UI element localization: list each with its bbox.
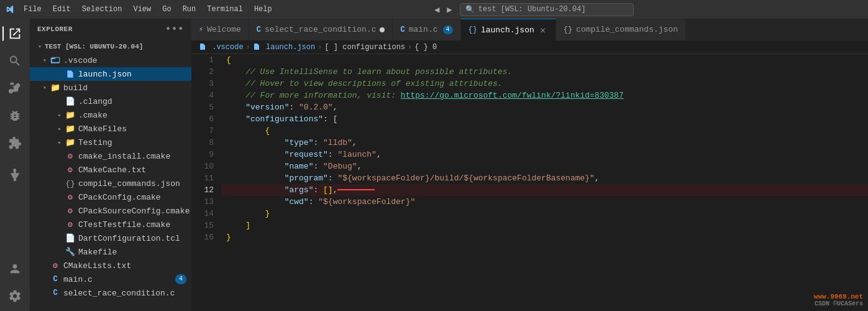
breadcrumb-vscode[interactable]: .vscode bbox=[199, 43, 244, 52]
breadcrumb: .vscode › launch.json › [ ] configuratio… bbox=[191, 40, 868, 54]
menu-run[interactable]: Run bbox=[178, 4, 201, 15]
breadcrumb-configurations[interactable]: [ ] configurations bbox=[324, 43, 405, 52]
code-token: : bbox=[309, 196, 319, 208]
code-token: "type" bbox=[285, 137, 314, 149]
ln-2: 2 bbox=[191, 66, 214, 78]
sidebar-item-ctesttestfile[interactable]: ▸ ⚙ CTestTestfile.cmake bbox=[30, 218, 191, 231]
code-token: , bbox=[377, 149, 381, 160]
ln-15: 15 bbox=[191, 220, 214, 231]
code-token bbox=[226, 149, 285, 160]
code-line-16: } bbox=[221, 231, 868, 243]
sidebar-item-testing[interactable]: ▸ 📁 Testing bbox=[30, 136, 191, 149]
code-token: : bbox=[313, 137, 323, 149]
sidebar-item-makefile[interactable]: ▸ 🔧 Makefile bbox=[30, 245, 191, 259]
cmakelists-label: CMakeLists.txt bbox=[63, 261, 191, 271]
activity-accounts[interactable] bbox=[2, 256, 27, 281]
code-token bbox=[226, 113, 245, 125]
compile-commands-icon: {} bbox=[65, 178, 76, 189]
code-token: "version" bbox=[245, 101, 289, 113]
code-line-13: "cwd": "${workspaceFolder}" bbox=[221, 196, 868, 208]
sidebar-item-clangd[interactable]: ▸ 📄 .clangd bbox=[30, 95, 191, 108]
code-line-2: // Use IntelliSense to learn about possi… bbox=[221, 66, 868, 78]
tree-arrow-build: ▾ bbox=[40, 84, 50, 91]
sidebar-item-cmakelists[interactable]: ▸ ⚙ CMakeLists.txt bbox=[30, 259, 191, 272]
vscode-folder-icon bbox=[50, 55, 61, 66]
sidebar-item-mainc[interactable]: ▸ C main.c 4 bbox=[30, 272, 191, 286]
code-token: { bbox=[265, 125, 270, 137]
code-token-link[interactable]: https://go.microsoft.com/fwlink/?linkid=… bbox=[401, 90, 624, 101]
select-race-label: select_race_condition.c bbox=[63, 289, 191, 298]
cpacksource-icon: ⚙ bbox=[65, 205, 76, 216]
cpackconfig-label: CPackConfig.cmake bbox=[78, 193, 191, 202]
sidebar-item-build[interactable]: ▾ 📁 build bbox=[30, 81, 191, 95]
sidebar-item-launch[interactable]: ▸ launch.json bbox=[30, 67, 191, 81]
sidebar-more-button[interactable]: ••• bbox=[165, 24, 184, 35]
compile-commands-tab-label: compile_commands.json bbox=[576, 25, 678, 34]
tab-launch[interactable]: {} launch.json ✕ bbox=[461, 19, 556, 40]
sidebar-item-cpacksource[interactable]: ▸ ⚙ CPackSourceConfig.cmake bbox=[30, 204, 191, 218]
sidebar-item-compile-commands[interactable]: ▸ {} compile_commands.json bbox=[30, 177, 191, 190]
menu-terminal[interactable]: Terminal bbox=[202, 4, 248, 15]
menu-edit[interactable]: Edit bbox=[48, 4, 76, 15]
sidebar: Explorer ••• ▾ TEST [WSL: UBUNTU-20.04] … bbox=[30, 19, 191, 311]
ln-7: 7 bbox=[191, 125, 214, 137]
activity-settings[interactable] bbox=[2, 284, 27, 309]
tree-arrow-testing: ▸ bbox=[55, 139, 65, 146]
search-text: test [WSL: Ubuntu-20.04] bbox=[478, 5, 586, 14]
code-line-15: ] bbox=[221, 220, 868, 231]
sidebar-item-cmakecache[interactable]: ▸ ⚙ CMakeCache.txt bbox=[30, 163, 191, 177]
code-token: // Use IntelliSense to learn about possi… bbox=[226, 66, 512, 78]
menu-file[interactable]: File bbox=[19, 4, 47, 15]
dartconfig-label: DartConfiguration.tcl bbox=[78, 234, 191, 243]
code-content[interactable]: { // Use IntelliSense to learn about pos… bbox=[221, 54, 868, 311]
testing-folder-icon: 📁 bbox=[65, 137, 76, 148]
code-token: "configurations" bbox=[245, 113, 323, 125]
sidebar-item-cmake[interactable]: ▸ 📁 .cmake bbox=[30, 108, 191, 122]
tab-mainc[interactable]: C main.c 4 bbox=[393, 19, 460, 40]
sidebar-item-cmakefiles[interactable]: ▸ 📁 CMakeFiles bbox=[30, 122, 191, 136]
activity-explorer[interactable] bbox=[2, 21, 27, 46]
tab-welcome[interactable]: ⚡ Welcome bbox=[191, 19, 249, 40]
menu-help[interactable]: Help bbox=[249, 4, 277, 15]
sidebar-item-select-race[interactable]: ▸ C select_race_condition.c bbox=[30, 286, 191, 300]
launch-tab-icon: {} bbox=[468, 26, 477, 34]
activity-testing[interactable] bbox=[2, 163, 27, 188]
title-bar-search[interactable]: 🔍 test [WSL: Ubuntu-20.04] bbox=[460, 3, 634, 16]
sidebar-tree: ▾ TEST [WSL: UBUNTU-20.04] ▾ .vscode ▸ l… bbox=[30, 40, 191, 311]
cmakefiles-folder-icon: 📁 bbox=[65, 123, 76, 134]
sidebar-item-vscode[interactable]: ▾ .vscode bbox=[30, 53, 191, 67]
sidebar-item-root[interactable]: ▾ TEST [WSL: UBUNTU-20.04] bbox=[30, 40, 191, 53]
mainc-badge: 4 bbox=[175, 274, 186, 284]
activity-scm[interactable] bbox=[2, 76, 27, 101]
tree-arrow-vscode: ▾ bbox=[40, 57, 50, 64]
tab-select-race[interactable]: C select_race_condition.c bbox=[249, 19, 393, 40]
activity-bar bbox=[0, 19, 30, 311]
breadcrumb-launch[interactable]: launch.json bbox=[253, 43, 315, 52]
code-token bbox=[226, 137, 285, 149]
ln-1: 1 bbox=[191, 54, 214, 66]
ln-14: 14 bbox=[191, 208, 214, 220]
activity-debug[interactable] bbox=[2, 103, 27, 128]
code-token: : [ bbox=[323, 113, 337, 125]
breadcrumb-index[interactable]: { } 0 bbox=[414, 43, 437, 52]
menu-go[interactable]: Go bbox=[157, 4, 176, 15]
launch-tab-close[interactable]: ✕ bbox=[538, 25, 548, 35]
ctesttestfile-icon: ⚙ bbox=[65, 219, 76, 230]
welcome-tab-label: Welcome bbox=[207, 25, 241, 34]
code-line-10: "name": "Debug", bbox=[221, 160, 868, 172]
activity-search[interactable] bbox=[2, 49, 27, 73]
nav-forward-button[interactable]: ▶ bbox=[444, 3, 454, 16]
sidebar-item-cpackconfig[interactable]: ▸ ⚙ CPackConfig.cmake bbox=[30, 190, 191, 204]
code-line-7: { bbox=[221, 125, 868, 137]
nav-back-button[interactable]: ◀ bbox=[432, 3, 442, 16]
menu-view[interactable]: View bbox=[128, 4, 156, 15]
sidebar-item-cmake-install[interactable]: ▸ ⚙ cmake_install.cmake bbox=[30, 149, 191, 163]
code-token bbox=[226, 184, 285, 196]
code-token: "name" bbox=[285, 160, 314, 172]
menu-selection[interactable]: Selection bbox=[77, 4, 127, 15]
app-body: Explorer ••• ▾ TEST [WSL: UBUNTU-20.04] … bbox=[0, 19, 868, 311]
activity-extensions[interactable] bbox=[2, 131, 27, 156]
code-token: , bbox=[333, 184, 338, 196]
sidebar-item-dartconfig[interactable]: ▸ 📄 DartConfiguration.tcl bbox=[30, 231, 191, 245]
tab-compile-commands[interactable]: {} compile_commands.json bbox=[556, 19, 686, 40]
